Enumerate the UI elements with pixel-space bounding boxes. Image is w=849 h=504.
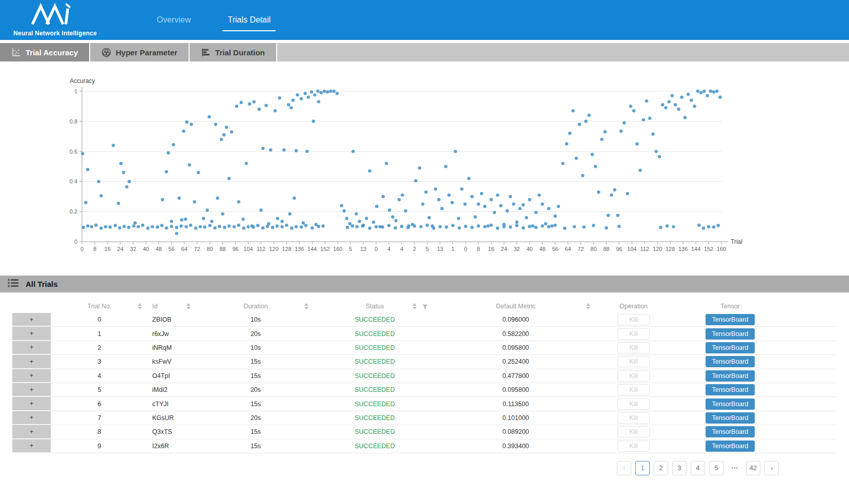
- scatter-point[interactable]: [642, 118, 645, 121]
- scatter-point[interactable]: [167, 151, 170, 154]
- scatter-point[interactable]: [246, 225, 250, 228]
- scatter-point[interactable]: [269, 148, 272, 151]
- scatter-point[interactable]: [638, 169, 641, 172]
- scatter-point[interactable]: [629, 104, 632, 108]
- scatter-point[interactable]: [151, 225, 154, 228]
- scatter-point[interactable]: [307, 96, 310, 99]
- scatter-point[interactable]: [490, 223, 493, 226]
- scatter-point[interactable]: [454, 150, 457, 153]
- scatter-point[interactable]: [486, 224, 489, 227]
- scatter-point[interactable]: [320, 91, 323, 94]
- kill-button[interactable]: Kill: [617, 440, 650, 452]
- scatter-point[interactable]: [463, 202, 466, 205]
- scatter-point[interactable]: [182, 130, 185, 133]
- scatter-point[interactable]: [378, 225, 381, 228]
- scatter-point[interactable]: [687, 93, 690, 96]
- scatter-point[interactable]: [541, 224, 544, 227]
- scatter-point[interactable]: [280, 220, 283, 223]
- expand-row-button[interactable]: +: [12, 425, 51, 438]
- scatter-point[interactable]: [667, 100, 670, 103]
- scatter-point[interactable]: [451, 224, 454, 227]
- scatter-point[interactable]: [225, 125, 228, 129]
- scatter-point[interactable]: [712, 225, 715, 228]
- scatter-point[interactable]: [434, 187, 437, 191]
- scatter-point[interactable]: [165, 170, 168, 173]
- scatter-point[interactable]: [290, 226, 293, 229]
- scatter-point[interactable]: [582, 225, 585, 228]
- kill-button[interactable]: Kill: [617, 384, 650, 395]
- scatter-point[interactable]: [237, 200, 240, 203]
- scatter-point[interactable]: [300, 97, 303, 100]
- scatter-point[interactable]: [256, 224, 259, 227]
- scatter-point[interactable]: [563, 226, 566, 229]
- scatter-point[interactable]: [141, 223, 144, 226]
- scatter-point[interactable]: [431, 224, 434, 227]
- scatter-point[interactable]: [292, 98, 295, 101]
- scatter-point[interactable]: [557, 205, 560, 208]
- scatter-point[interactable]: [112, 144, 115, 147]
- scatter-point[interactable]: [522, 203, 525, 206]
- scatter-point[interactable]: [525, 216, 528, 219]
- tensorboard-button[interactable]: TensorBoard: [706, 370, 755, 382]
- scatter-point[interactable]: [445, 225, 448, 228]
- scatter-point[interactable]: [117, 202, 120, 205]
- tensorboard-button[interactable]: TensorBoard: [706, 328, 755, 340]
- scatter-point[interactable]: [404, 209, 407, 213]
- scatter-point[interactable]: [197, 171, 200, 174]
- scatter-point[interactable]: [122, 225, 126, 228]
- scatter-point[interactable]: [257, 108, 260, 111]
- sort-icon[interactable]: [138, 303, 142, 309]
- scatter-point[interactable]: [218, 225, 221, 228]
- tensorboard-button[interactable]: TensorBoard: [706, 440, 755, 452]
- sort-icon[interactable]: [187, 303, 191, 309]
- scatter-point[interactable]: [190, 122, 193, 125]
- scatter-point[interactable]: [709, 90, 712, 93]
- expand-row-button[interactable]: +: [12, 327, 51, 340]
- pagination-prev-button[interactable]: ‹: [617, 461, 631, 475]
- scatter-point[interactable]: [515, 221, 518, 224]
- scatter-point[interactable]: [267, 222, 270, 225]
- scatter-point[interactable]: [156, 225, 159, 228]
- scatter-point[interactable]: [401, 194, 404, 197]
- scatter-point[interactable]: [289, 106, 293, 109]
- scatter-point[interactable]: [418, 166, 421, 170]
- kill-button[interactable]: Kill: [617, 426, 650, 437]
- scatter-point[interactable]: [223, 226, 226, 229]
- scatter-point[interactable]: [241, 218, 244, 221]
- scatter-point[interactable]: [208, 224, 211, 227]
- header-trial-no[interactable]: Trial No.: [51, 300, 148, 313]
- scatter-point[interactable]: [245, 162, 248, 165]
- scatter-point[interactable]: [553, 223, 556, 226]
- scatter-point[interactable]: [470, 226, 473, 229]
- scatter-point[interactable]: [202, 217, 205, 220]
- scatter-point[interactable]: [128, 180, 131, 183]
- scatter-point[interactable]: [632, 109, 635, 112]
- scatter-point[interactable]: [651, 133, 654, 136]
- scatter-point[interactable]: [346, 226, 349, 229]
- scatter-point[interactable]: [619, 130, 623, 133]
- scatter-point[interactable]: [261, 147, 264, 150]
- scatter-point[interactable]: [702, 226, 705, 229]
- scatter-point[interactable]: [216, 197, 219, 200]
- tensorboard-button[interactable]: TensorBoard: [706, 398, 755, 410]
- scatter-point[interactable]: [137, 225, 140, 228]
- scatter-point[interactable]: [512, 202, 515, 205]
- scatter-point[interactable]: [424, 191, 427, 194]
- expand-row-button[interactable]: +: [12, 411, 51, 425]
- scatter-point[interactable]: [584, 120, 587, 123]
- scatter-point[interactable]: [288, 212, 291, 215]
- scatter-point[interactable]: [333, 90, 336, 93]
- scatter-point[interactable]: [355, 212, 358, 215]
- scatter-point[interactable]: [305, 150, 308, 153]
- scatter-point[interactable]: [684, 116, 687, 119]
- scatter-point[interactable]: [541, 202, 544, 205]
- tab-trial-duration[interactable]: Trial Duration: [190, 43, 277, 61]
- scatter-point[interactable]: [715, 90, 718, 93]
- scatter-point[interactable]: [122, 171, 125, 174]
- scatter-point[interactable]: [220, 138, 223, 141]
- scatter-point[interactable]: [617, 225, 620, 228]
- tensorboard-button[interactable]: TensorBoard: [706, 342, 755, 353]
- scatter-point[interactable]: [680, 96, 683, 99]
- pagination-next-button[interactable]: ›: [764, 461, 779, 475]
- scatter-point[interactable]: [303, 92, 306, 95]
